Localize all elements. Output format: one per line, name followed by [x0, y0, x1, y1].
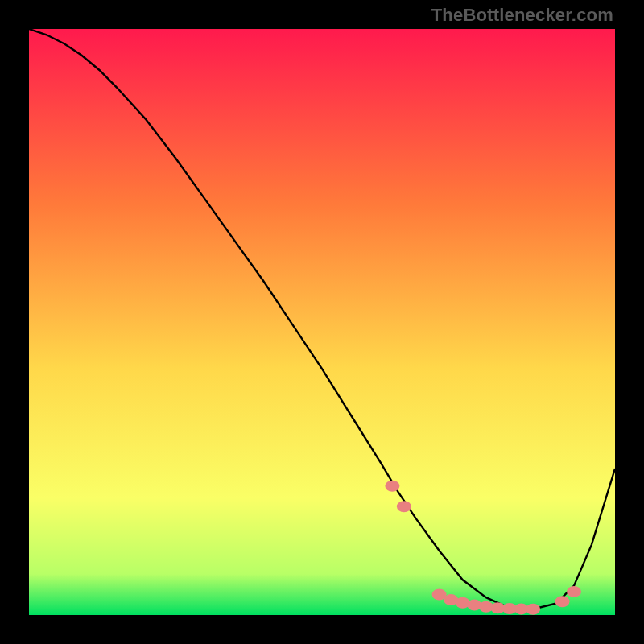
gradient-background: [29, 29, 615, 615]
chart-frame: TheBottlenecker.com: [0, 0, 644, 644]
data-marker: [526, 604, 540, 615]
attribution-text: TheBottlenecker.com: [431, 5, 613, 26]
data-marker: [555, 596, 570, 607]
data-marker: [567, 586, 581, 597]
data-marker: [397, 501, 411, 512]
chart-plot: [29, 29, 615, 615]
data-marker: [385, 481, 399, 492]
